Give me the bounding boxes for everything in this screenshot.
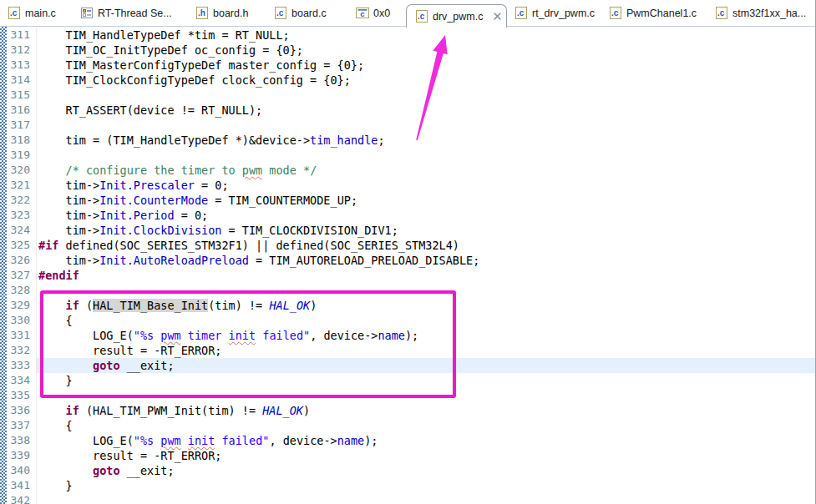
tab-drv-pwm-c[interactable]: .cdrv_pwm.c: [406, 4, 507, 28]
tab-label: RT-Thread Se...: [98, 8, 172, 19]
code-text[interactable]: [37, 388, 815, 403]
code-text[interactable]: [37, 148, 815, 163]
line-number[interactable]: 326: [0, 253, 37, 268]
line-number[interactable]: 331: [0, 328, 37, 343]
line-number[interactable]: 321: [0, 178, 37, 193]
line-number[interactable]: 323: [0, 208, 37, 223]
tab-rt-drv-pwm-c[interactable]: .crt_drv_pwm.c: [507, 0, 596, 26]
code-text[interactable]: [37, 88, 815, 103]
code-text[interactable]: #if defined(SOC_SERIES_STM32F1) || defin…: [37, 238, 815, 253]
line-number[interactable]: 341: [0, 478, 37, 493]
code-line-336: 336 if (HAL_TIM_PWM_Init(tim) != HAL_OK): [0, 403, 815, 418]
line-number[interactable]: 338: [0, 433, 37, 448]
code-text[interactable]: LOG_E("%s pwm timer init failed", device…: [37, 328, 815, 343]
line-number[interactable]: 312: [0, 43, 37, 58]
tab-stm32f1xx-ha[interactable]: .cstm32f1xx_ha...: [707, 0, 816, 26]
code-text[interactable]: {: [37, 313, 815, 328]
code-text[interactable]: /* configure the timer to pwm mode */: [37, 163, 815, 178]
line-number[interactable]: 336: [0, 403, 37, 418]
code-text[interactable]: tim->Init.ClockDivision = TIM_CLOCKDIVIS…: [37, 223, 815, 238]
line-number[interactable]: 315: [0, 88, 37, 103]
c-file-icon: .c: [609, 7, 622, 19]
code-line-318: 318 tim = (TIM_HandleTypeDef *)&device->…: [0, 133, 815, 148]
code-text[interactable]: if (HAL_TIM_PWM_Init(tim) != HAL_OK): [37, 403, 815, 418]
code-text-current-line[interactable]: goto __exit;: [37, 358, 815, 373]
line-number[interactable]: 317: [0, 118, 37, 133]
line-number[interactable]: 337: [0, 418, 37, 433]
code-text[interactable]: TIM_MasterConfigTypeDef master_config = …: [37, 58, 815, 73]
tab-pwmchanel1-c[interactable]: .cPwmChanel1.c: [601, 0, 702, 26]
code-editor[interactable]: 311 TIM_HandleTypeDef *tim = RT_NULL;312…: [0, 27, 815, 504]
line-number[interactable]: 332: [0, 343, 37, 358]
line-number[interactable]: 335: [0, 388, 37, 403]
code-text[interactable]: LOG_E("%s pwm init failed", device->name…: [37, 433, 815, 448]
code-text[interactable]: tim = (TIM_HandleTypeDef *)&device->tim_…: [37, 133, 815, 148]
line-number[interactable]: 324: [0, 223, 37, 238]
tab-label: PwmChanel1.c: [626, 8, 697, 19]
code-line-338: 338 LOG_E("%s pwm init failed", device->…: [0, 433, 815, 448]
line-number[interactable]: 334: [0, 373, 37, 388]
tab-board-c[interactable]: .cboard.c: [266, 0, 342, 26]
line-number[interactable]: 314: [0, 73, 37, 88]
code-text[interactable]: TIM_OC_InitTypeDef oc_config = {0};: [37, 43, 815, 58]
code-text[interactable]: #endif: [37, 268, 815, 283]
code-text[interactable]: [37, 493, 815, 504]
tab-label: 0x0: [373, 8, 390, 19]
code-text[interactable]: goto __exit;: [37, 463, 815, 478]
code-text[interactable]: tim->Init.CounterMode = TIM_COUNTERMODE_…: [37, 193, 815, 208]
tab-board-h[interactable]: .hboard.h: [188, 0, 265, 26]
code-line-331: 331 LOG_E("%s pwm timer init failed", de…: [0, 328, 815, 343]
code-line-335: 335: [0, 388, 815, 403]
tab-main-c[interactable]: .cmain.c: [0, 0, 73, 26]
line-number[interactable]: 330: [0, 313, 37, 328]
line-number[interactable]: 316: [0, 103, 37, 118]
binary-file-icon: c: [356, 7, 369, 19]
code-lines: 311 TIM_HandleTypeDef *tim = RT_NULL;312…: [0, 28, 815, 504]
line-number[interactable]: 319: [0, 148, 37, 163]
line-number[interactable]: 325: [0, 238, 37, 253]
line-number[interactable]: 311: [0, 28, 37, 43]
h-file-icon: .h: [195, 7, 209, 19]
c-file-icon: .c: [514, 7, 528, 19]
svg-text:h: h: [200, 8, 205, 18]
code-line-340: 340 goto __exit;: [0, 463, 815, 478]
c-file-icon: .c: [8, 7, 21, 19]
line-number[interactable]: 313: [0, 58, 37, 73]
line-number[interactable]: 322: [0, 193, 37, 208]
code-text[interactable]: RT_ASSERT(device != RT_NULL);: [37, 103, 815, 118]
tab-label: stm32f1xx_ha...: [732, 8, 806, 19]
code-line-341: 341 }: [0, 478, 815, 493]
line-number[interactable]: 327: [0, 268, 37, 283]
line-number[interactable]: 320: [0, 163, 37, 178]
code-line-330: 330 {: [0, 313, 815, 328]
code-text[interactable]: TIM_HandleTypeDef *tim = RT_NULL;: [37, 28, 815, 43]
line-number[interactable]: 333: [0, 358, 37, 373]
ide-window: .cmain.cRT-Thread Se....hboard.h.cboard.…: [0, 0, 816, 504]
code-line-332: 332 result = -RT_ERROR;: [0, 343, 815, 358]
code-text[interactable]: result = -RT_ERROR;: [37, 448, 815, 463]
code-text[interactable]: if (HAL_TIM_Base_Init(tim) != HAL_OK): [37, 298, 815, 313]
line-number[interactable]: 342: [0, 493, 37, 504]
code-text[interactable]: TIM_ClockConfigTypeDef clock_config = {0…: [37, 73, 815, 88]
code-text[interactable]: tim->Init.AutoReloadPreload = TIM_AUTORE…: [37, 253, 815, 268]
code-text[interactable]: }: [37, 373, 815, 388]
code-text[interactable]: [37, 118, 815, 133]
code-text[interactable]: result = -RT_ERROR;: [37, 343, 815, 358]
code-line-322: 322 tim->Init.CounterMode = TIM_COUNTERM…: [0, 193, 815, 208]
line-number[interactable]: 318: [0, 133, 37, 148]
code-text[interactable]: {: [37, 418, 815, 433]
tab-rt-thread-se[interactable]: RT-Thread Se...: [73, 0, 180, 26]
tab-label: main.c: [25, 8, 56, 19]
c-file-icon: .c: [274, 7, 287, 19]
code-line-323: 323 tim->Init.Period = 0;: [0, 208, 815, 223]
code-text[interactable]: [37, 283, 815, 298]
line-number[interactable]: 329: [0, 298, 37, 313]
line-number[interactable]: 340: [0, 463, 37, 478]
line-number[interactable]: 328: [0, 283, 37, 298]
line-number[interactable]: 339: [0, 448, 37, 463]
tab-0x0[interactable]: c0x0: [348, 0, 402, 26]
code-text[interactable]: }: [37, 478, 815, 493]
code-text[interactable]: tim->Init.Prescaler = 0;: [37, 178, 815, 193]
code-text[interactable]: tim->Init.Period = 0;: [37, 208, 815, 223]
close-icon[interactable]: [493, 12, 502, 21]
